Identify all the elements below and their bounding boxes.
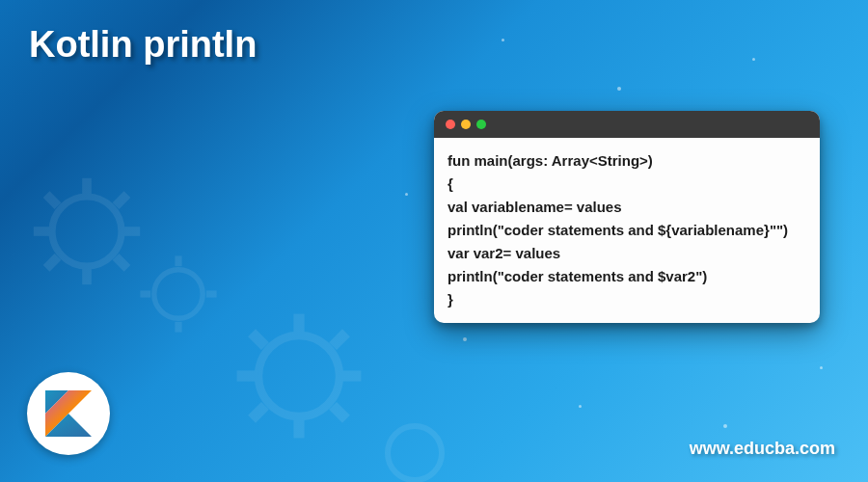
gear-decor (29, 174, 145, 289)
svg-rect-4 (123, 227, 140, 236)
minimize-dot-icon (461, 120, 471, 129)
particle (579, 405, 582, 408)
svg-rect-21 (248, 402, 269, 423)
svg-rect-7 (43, 254, 62, 272)
particle (463, 337, 467, 341)
svg-rect-22 (329, 402, 350, 423)
gear-decor (135, 251, 222, 337)
svg-rect-12 (140, 290, 150, 297)
svg-rect-13 (206, 290, 217, 297)
code-line: println("coder statements and ${variable… (448, 219, 806, 242)
maximize-dot-icon (476, 120, 486, 129)
kotlin-logo-icon (45, 390, 92, 437)
code-line: val variablename= values (448, 196, 806, 219)
gear-decor (231, 308, 366, 443)
code-line: println("coder statements and $var2") (448, 265, 806, 288)
particle (617, 87, 621, 91)
particle (820, 366, 823, 369)
logo-badge (27, 372, 110, 455)
svg-rect-2 (82, 268, 92, 284)
svg-rect-20 (329, 329, 350, 350)
svg-point-23 (388, 426, 442, 480)
window-titlebar (434, 111, 820, 138)
particle (405, 193, 408, 196)
svg-rect-10 (175, 255, 181, 266)
svg-rect-5 (43, 191, 62, 209)
website-link: www.educba.com (690, 439, 835, 459)
particle (502, 39, 504, 41)
svg-rect-15 (293, 314, 304, 334)
svg-rect-6 (113, 191, 131, 209)
svg-point-0 (52, 197, 122, 266)
code-window: fun main(args: Array<String>) { val vari… (434, 111, 820, 323)
svg-rect-16 (293, 419, 304, 439)
svg-point-14 (258, 335, 339, 416)
code-body: fun main(args: Array<String>) { val vari… (434, 138, 820, 323)
particle (752, 58, 755, 61)
particle (723, 424, 727, 428)
svg-rect-1 (82, 178, 92, 195)
svg-rect-17 (237, 370, 257, 381)
svg-point-9 (154, 270, 203, 318)
svg-rect-3 (34, 227, 50, 236)
svg-rect-19 (248, 329, 269, 350)
code-line: var var2= values (448, 242, 806, 265)
code-line: { (448, 173, 806, 196)
svg-rect-18 (342, 370, 362, 381)
code-line: } (448, 288, 806, 311)
svg-rect-8 (113, 254, 131, 272)
gear-decor (366, 405, 463, 482)
code-line: fun main(args: Array<String>) (448, 149, 806, 173)
svg-rect-11 (175, 322, 181, 333)
close-dot-icon (446, 120, 455, 129)
page-title: Kotlin println (29, 24, 257, 66)
